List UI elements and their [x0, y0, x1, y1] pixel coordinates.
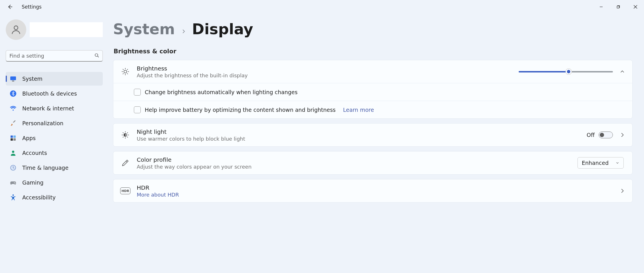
colorprofile-value: Enhanced	[582, 160, 609, 166]
hdr-more-link[interactable]: More about HDR	[137, 192, 613, 198]
close-button[interactable]	[627, 1, 644, 13]
section-title-brightness-color: Brightness & color	[114, 48, 634, 55]
chevron-up-icon[interactable]	[619, 68, 625, 75]
chevron-right-icon	[181, 27, 186, 36]
brightness-card: Brightness Adjust the brightness of the …	[113, 60, 633, 119]
profile-name-block	[30, 22, 103, 37]
nav-list: System Bluetooth & devices Network & int…	[6, 72, 103, 204]
window-controls	[593, 1, 644, 13]
learn-more-link[interactable]: Learn more	[343, 107, 374, 113]
sidebar-item-label: Accounts	[22, 150, 47, 156]
page-title: Display	[192, 21, 253, 38]
battery-optimize-label: Help improve battery by optimizing the c…	[145, 107, 336, 113]
sidebar-item-label: Network & internet	[22, 105, 74, 112]
monitor-icon	[10, 75, 17, 82]
svg-point-4	[14, 26, 18, 30]
brightness-slider[interactable]	[519, 68, 613, 75]
sidebar-item-label: Time & language	[22, 165, 69, 171]
auto-brightness-label: Change brightness automatically when lig…	[145, 89, 297, 95]
brightness-title: Brightness	[137, 65, 513, 72]
sidebar-item-label: System	[22, 76, 43, 82]
colorprofile-row[interactable]: Color profile Adjust the way colors appe…	[113, 151, 632, 174]
night-light-icon	[120, 130, 130, 140]
search-input[interactable]	[6, 50, 103, 62]
apps-icon	[10, 135, 17, 141]
wifi-icon	[10, 105, 17, 112]
sun-icon	[120, 66, 130, 77]
sidebar-item-label: Apps	[22, 135, 36, 141]
sidebar-item-accounts[interactable]: Accounts	[6, 146, 103, 160]
hdr-icon: HDR	[120, 186, 130, 196]
chevron-right-icon[interactable]	[619, 188, 625, 194]
svg-point-17	[15, 183, 15, 183]
auto-brightness-row[interactable]: Change brightness automatically when lig…	[113, 83, 632, 101]
settings-panel: Brightness Adjust the brightness of the …	[113, 60, 634, 203]
breadcrumb: System Display	[113, 21, 634, 38]
battery-optimize-row[interactable]: Help improve battery by optimizing the c…	[113, 101, 632, 118]
sidebar-item-time-language[interactable]: Time & language	[6, 161, 103, 175]
svg-point-5	[95, 54, 98, 56]
svg-rect-1	[617, 6, 619, 8]
hdr-title: HDR	[137, 184, 613, 191]
chevron-down-icon	[615, 160, 619, 166]
titlebar: Settings	[0, 0, 644, 14]
profile-block[interactable]	[6, 19, 103, 40]
sidebar-item-apps[interactable]: Apps	[6, 131, 103, 145]
main-layout: System Bluetooth & devices Network & int…	[0, 14, 644, 273]
svg-point-19	[124, 70, 127, 73]
chevron-right-icon[interactable]	[619, 132, 625, 138]
sidebar-item-bluetooth[interactable]: Bluetooth & devices	[6, 87, 103, 100]
battery-optimize-checkbox[interactable]	[134, 106, 141, 113]
back-button[interactable]	[6, 3, 13, 10]
svg-point-14	[12, 151, 14, 153]
breadcrumb-parent[interactable]: System	[113, 21, 175, 38]
colorprofile-card: Color profile Adjust the way colors appe…	[113, 151, 633, 175]
nightlight-row[interactable]: Night light Use warmer colors to help bl…	[113, 124, 632, 146]
svg-rect-12	[11, 138, 13, 141]
nightlight-toggle[interactable]: Off	[587, 132, 613, 138]
search-box[interactable]	[6, 50, 103, 62]
sidebar-item-accessibility[interactable]: Accessibility	[6, 191, 103, 204]
content-area: System Display Brightness & color Bright…	[108, 14, 644, 273]
gamepad-icon	[10, 179, 17, 186]
nightlight-desc: Use warmer colors to help block blue lig…	[137, 136, 581, 142]
nightlight-card: Night light Use warmer colors to help bl…	[113, 123, 633, 147]
minimize-button[interactable]	[593, 1, 610, 13]
svg-rect-13	[13, 138, 16, 141]
auto-brightness-checkbox[interactable]	[134, 89, 141, 96]
svg-rect-10	[11, 136, 13, 138]
svg-point-16	[14, 182, 15, 183]
nightlight-state: Off	[587, 132, 595, 138]
sidebar-item-label: Bluetooth & devices	[22, 90, 77, 97]
colorprofile-dropdown[interactable]: Enhanced	[577, 157, 624, 169]
svg-rect-6	[10, 76, 16, 80]
brightness-desc: Adjust the brightness of the built-in di…	[137, 72, 513, 78]
clock-globe-icon	[10, 164, 17, 171]
avatar	[6, 19, 26, 40]
svg-rect-8	[12, 81, 14, 81]
person-icon	[10, 149, 17, 156]
brightness-row[interactable]: Brightness Adjust the brightness of the …	[113, 60, 632, 83]
sidebar-item-label: Accessibility	[22, 194, 56, 201]
accessibility-icon	[10, 194, 17, 201]
sidebar-item-label: Personalization	[22, 120, 63, 126]
sidebar-item-system[interactable]: System	[6, 72, 103, 86]
svg-point-18	[13, 195, 14, 196]
maximize-button[interactable]	[610, 1, 627, 13]
sidebar-item-personalization[interactable]: Personalization	[6, 116, 103, 130]
hdr-card: HDR HDR More about HDR	[113, 179, 633, 203]
window-title: Settings	[22, 4, 42, 10]
toggle-switch[interactable]	[599, 132, 613, 138]
colorprofile-desc: Adjust the way colors appear on your scr…	[137, 164, 572, 170]
colorprofile-title: Color profile	[137, 156, 572, 163]
svg-rect-11	[13, 136, 16, 138]
sidebar-item-gaming[interactable]: Gaming	[6, 176, 103, 189]
sidebar: System Bluetooth & devices Network & int…	[0, 14, 108, 273]
sidebar-item-label: Gaming	[22, 179, 43, 186]
hdr-row[interactable]: HDR HDR More about HDR	[113, 179, 632, 202]
paintbrush-icon	[10, 120, 17, 127]
sidebar-item-network[interactable]: Network & internet	[6, 102, 103, 115]
bluetooth-icon	[10, 90, 17, 97]
eyedropper-icon	[120, 158, 130, 168]
nightlight-title: Night light	[137, 128, 581, 135]
